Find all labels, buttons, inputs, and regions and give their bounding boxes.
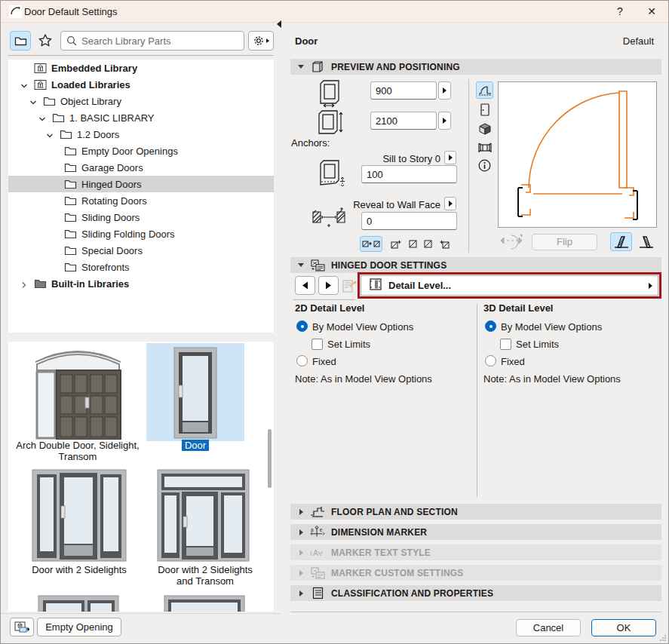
tree-item-storefronts[interactable]: Storefronts — [8, 259, 274, 275]
tree-item-empty-door-openings[interactable]: Empty Door Openings — [8, 143, 274, 159]
arrow-right-icon — [443, 87, 447, 94]
flip-button[interactable]: Flip — [532, 234, 597, 250]
library-tree: Embedded Library Loaded Libraries Object… — [8, 60, 274, 333]
folder-icon — [64, 212, 77, 223]
sill-anchor-menu-button[interactable] — [444, 151, 456, 164]
tree-item-rotating-doors[interactable]: Rotating Doors — [8, 192, 274, 209]
sill-height-input[interactable] — [361, 165, 457, 183]
chevron-right-icon[interactable] — [20, 280, 28, 287]
ok-button[interactable]: OK — [591, 619, 656, 636]
preview-elevation-button[interactable] — [476, 101, 493, 118]
tree-item-doors-folder[interactable]: 1.2 Doors — [8, 126, 274, 143]
section-hinged-door-settings[interactable]: HINGED DOOR SETTINGS — [290, 257, 661, 273]
anchor-option-left-plus-button[interactable] — [388, 236, 404, 252]
thumbnail-arch-double-door[interactable] — [31, 348, 125, 442]
radio-2d-by-model-view-label[interactable]: By Model View Options — [312, 321, 413, 333]
search-input[interactable] — [77, 35, 244, 47]
tree-item-hinged-doors[interactable]: Hinged Doors — [8, 176, 274, 192]
library-load-icon — [14, 621, 29, 633]
preview-info-button[interactable] — [476, 157, 493, 174]
anchor-option-both-sides-button[interactable] — [360, 236, 382, 252]
checkbox-2d-set-limits[interactable] — [311, 339, 323, 350]
radio-3d-by-model-view[interactable] — [485, 320, 496, 332]
height-options-button[interactable] — [438, 112, 451, 130]
anchor-option-right-plus-button[interactable] — [437, 236, 452, 252]
tree-item-basic-library[interactable]: 1. BASIC LIBRARY — [8, 109, 274, 126]
load-other-library-button[interactable] — [10, 618, 34, 636]
section-classification-and-properties[interactable]: CLASSIFICATION AND PROPERTIES — [290, 585, 661, 601]
thumbnail-door-2-sidelights[interactable] — [31, 468, 127, 565]
note-2d: Note: As in Model View Options — [295, 373, 432, 385]
expand-triangle-icon — [299, 550, 303, 556]
expand-triangle-icon — [299, 590, 303, 596]
radio-3d-by-model-view-label[interactable]: By Model View Options — [501, 321, 602, 333]
reveal-depth-input[interactable] — [361, 212, 457, 230]
preview-3d-button[interactable] — [476, 120, 493, 137]
section-dimension-marker[interactable]: ae DIMENSION MARKER — [290, 524, 661, 540]
chevron-down-icon[interactable] — [46, 130, 54, 138]
resize-grip[interactable] — [660, 635, 666, 641]
radio-2d-fixed-label[interactable]: Fixed — [312, 356, 336, 367]
chevron-down-icon[interactable] — [29, 97, 37, 105]
detail-2d-title: 2D Detail Level — [295, 302, 365, 314]
expand-triangle-icon — [299, 509, 303, 515]
sill-anchor-label[interactable]: Sill to Story 0 — [293, 153, 440, 164]
previous-page-button[interactable] — [295, 276, 315, 295]
transfer-settings-icon[interactable] — [342, 278, 357, 296]
empty-opening-button[interactable]: Empty Opening — [37, 618, 121, 636]
tree-item-sliding-doors[interactable]: Sliding Doors — [8, 209, 274, 225]
thumbnail-caption[interactable]: Door with 2 Sidelights and Transom — [149, 564, 262, 587]
checkbox-3d-set-limits-label[interactable]: Set Limits — [516, 339, 559, 350]
door-swing-icon — [9, 5, 22, 18]
chevron-down-icon[interactable] — [38, 114, 46, 121]
section-floor-plan-and-section[interactable]: FLOOR PLAN AND SECTION — [290, 504, 661, 520]
reveal-anchor-menu-button[interactable] — [444, 197, 456, 210]
tree-item-loaded-libraries[interactable]: Loaded Libraries — [8, 76, 274, 93]
anchor-option-right-button[interactable] — [422, 236, 434, 252]
anchor-option-left-button[interactable] — [407, 236, 419, 252]
tree-item-embedded-library[interactable]: Embedded Library — [8, 60, 274, 76]
tree-item-special-doors[interactable]: Special Doors — [8, 242, 274, 259]
help-button[interactable]: ? — [605, 1, 635, 23]
tree-item-object-library[interactable]: Object Library — [8, 93, 274, 109]
preview-2d-plan-button[interactable] — [476, 81, 493, 99]
preview-section-button[interactable] — [476, 139, 493, 156]
search-box[interactable] — [60, 31, 244, 51]
favorites-button[interactable] — [35, 31, 55, 51]
thumbnail-caption[interactable]: Door with 2 Sidelights — [16, 564, 143, 575]
width-options-button[interactable] — [438, 81, 451, 100]
folder-view-button[interactable] — [10, 31, 31, 51]
radio-3d-fixed[interactable] — [485, 355, 496, 366]
checkbox-3d-set-limits[interactable] — [500, 339, 511, 350]
close-button[interactable]: ✕ — [637, 1, 667, 23]
thumbnail-scrollbar[interactable] — [268, 429, 272, 488]
chevron-down-icon[interactable] — [20, 81, 28, 88]
thumbnail-partial[interactable] — [37, 594, 120, 612]
checkbox-2d-set-limits-label[interactable]: Set Limits — [327, 339, 370, 350]
section-preview-and-positioning[interactable]: PREVIEW AND POSITIONING — [290, 59, 661, 75]
thumbnail-partial[interactable] — [163, 594, 246, 612]
tree-item-garage-doors[interactable]: Garage Doors — [8, 159, 274, 176]
thumbnail-door-selected[interactable] — [168, 346, 222, 442]
star-icon — [38, 33, 53, 48]
left-panel-divider — [1, 613, 281, 614]
radio-3d-fixed-label[interactable]: Fixed — [501, 356, 525, 367]
thumbnail-caption-selected[interactable]: Door — [146, 440, 244, 451]
tree-item-built-in-libraries[interactable]: Built-in Libraries — [8, 275, 274, 292]
door-width-input[interactable] — [370, 81, 437, 100]
door-swing-right-icon — [638, 235, 655, 249]
svg-text:I: I — [310, 550, 312, 557]
radio-2d-fixed[interactable] — [296, 355, 308, 366]
panel-collapse-arrow[interactable] — [277, 20, 281, 28]
swing-left-button[interactable] — [610, 232, 632, 251]
thumbnail-door-2-sidelights-transom[interactable] — [156, 468, 250, 565]
radio-2d-by-model-view[interactable] — [296, 320, 308, 332]
next-page-button[interactable] — [318, 276, 339, 295]
cancel-button[interactable]: Cancel — [516, 619, 581, 636]
folder-icon — [64, 262, 77, 273]
thumbnail-caption[interactable]: Arch Double Door, Sidelight, Transom — [13, 440, 143, 462]
door-height-input[interactable] — [370, 112, 437, 130]
tree-item-sliding-folding-doors[interactable]: Sliding Folding Doors — [8, 225, 274, 242]
library-options-button[interactable] — [248, 31, 274, 51]
swing-right-button[interactable] — [635, 232, 657, 251]
